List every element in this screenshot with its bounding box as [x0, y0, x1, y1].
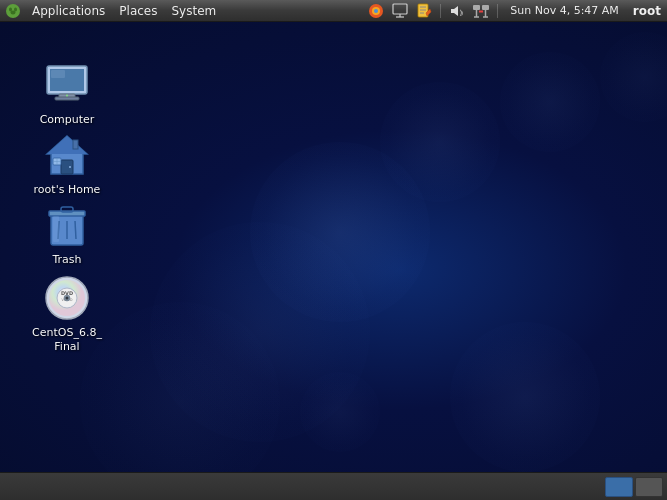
- svg-point-54: [66, 297, 69, 300]
- workspace-2-button[interactable]: [635, 477, 663, 497]
- svg-rect-28: [51, 70, 65, 78]
- home-icon-label: root's Home: [34, 183, 101, 197]
- svg-line-43: [75, 221, 76, 239]
- svg-rect-19: [482, 5, 489, 10]
- home-icon-img: [43, 131, 91, 179]
- svg-rect-34: [61, 160, 73, 174]
- gnome-foot-icon[interactable]: [4, 2, 22, 20]
- svg-point-3: [11, 10, 16, 14]
- computer-icon-label: Computer: [40, 113, 95, 127]
- svg-point-31: [66, 95, 68, 97]
- dvd-icon-label: CentOS_6.8_Final: [31, 326, 103, 355]
- menu-system[interactable]: System: [165, 2, 222, 20]
- trash-icon-label: Trash: [52, 253, 81, 267]
- menu-places[interactable]: Places: [113, 2, 163, 20]
- firefox-icon[interactable]: [366, 2, 386, 20]
- clock-display: Sun Nov 4, 5:47 AM: [504, 4, 625, 17]
- svg-marker-33: [47, 136, 87, 154]
- desktop: Computer root's Home: [0, 22, 667, 472]
- desktop-icon-trash[interactable]: Trash: [27, 197, 107, 271]
- computer-icon-img: [43, 61, 91, 109]
- svg-rect-46: [53, 216, 59, 242]
- sep2: [497, 4, 498, 18]
- desktop-icon-dvd[interactable]: DVD VIDEO CentOS_6.8_Final: [27, 270, 107, 359]
- menu-applications[interactable]: Applications: [26, 2, 111, 20]
- svg-point-6: [374, 9, 378, 13]
- taskbar-left: Applications Places System: [0, 2, 222, 20]
- taskbar-top: Applications Places System: [0, 0, 667, 22]
- svg-point-35: [69, 166, 71, 168]
- desktop-icon-computer[interactable]: Computer: [27, 57, 107, 131]
- disconnect-icon[interactable]: [471, 2, 491, 20]
- svg-rect-30: [55, 97, 79, 100]
- volume-icon[interactable]: ) ): [447, 2, 467, 20]
- svg-text:): ): [461, 9, 463, 15]
- username-display: root: [629, 4, 661, 18]
- notepad-icon[interactable]: [414, 2, 434, 20]
- taskbar-bottom: [0, 472, 667, 500]
- trash-icon-img: [43, 201, 91, 249]
- svg-rect-45: [61, 207, 73, 212]
- svg-rect-39: [73, 140, 78, 149]
- svg-marker-15: [451, 6, 458, 16]
- desktop-icon-home[interactable]: root's Home: [27, 127, 107, 201]
- svg-rect-18: [473, 5, 480, 10]
- svg-rect-7: [393, 4, 407, 14]
- workspace-1-button[interactable]: [605, 477, 633, 497]
- dvd-icon-img: DVD VIDEO: [43, 274, 91, 322]
- network-icon[interactable]: [390, 2, 410, 20]
- sep1: [440, 4, 441, 18]
- taskbar-right: ) ) Sun Nov 4, 5:47 AM root: [366, 2, 667, 20]
